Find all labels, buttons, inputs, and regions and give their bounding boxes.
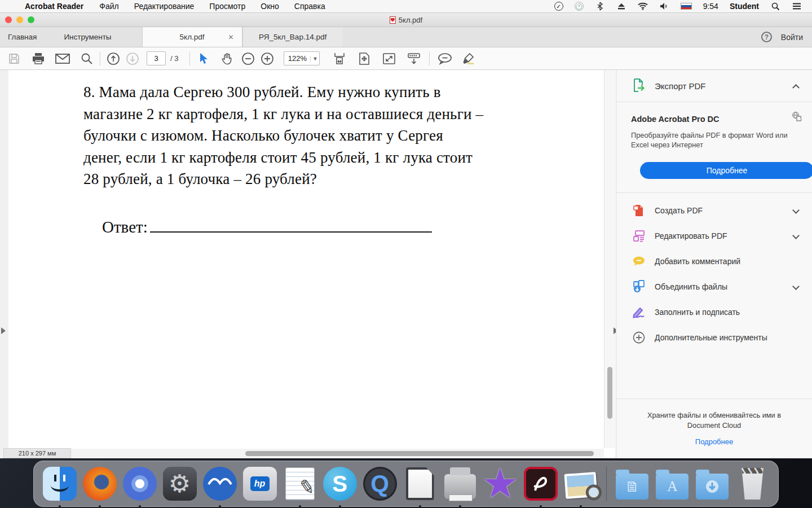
tool-more-tools[interactable]: Дополнительные инструменты [616, 325, 812, 350]
sync-check-icon[interactable]: ✓ [554, 2, 563, 11]
horizontal-scrollbar[interactable] [8, 449, 604, 458]
promo-title: Adobe Acrobat Pro DC [631, 115, 797, 124]
scrolling-mode-icon[interactable] [407, 51, 421, 66]
dock-applications-folder[interactable]: A [654, 465, 691, 502]
chromium-icon [123, 467, 157, 501]
dock-libreoffice[interactable] [401, 465, 438, 502]
app-menu-title[interactable]: Acrobat Reader [25, 2, 83, 11]
dock-documents-folder[interactable]: 🗎 [614, 465, 651, 502]
dock-textedit[interactable] [281, 465, 318, 502]
language-flag-icon[interactable] [681, 3, 692, 10]
page-number-input[interactable]: 3 [147, 51, 166, 65]
fullscreen-icon[interactable] [382, 51, 396, 66]
zoom-level-select[interactable]: 122% ▼ [284, 51, 320, 65]
highlight-icon[interactable] [461, 51, 476, 66]
hp-utility-icon: hp [243, 467, 277, 501]
zoom-out-icon[interactable] [241, 51, 255, 66]
promo-more-button[interactable]: Подробнее [640, 162, 812, 179]
tool-label: Добавить комментарий [655, 257, 740, 266]
acrobat-icon [524, 467, 558, 501]
tool-label: Заполнить и подписать [655, 308, 740, 317]
bluetooth-icon[interactable] [595, 2, 605, 11]
dock-chromium[interactable] [121, 465, 158, 502]
fit-page-icon[interactable] [357, 51, 372, 66]
vertical-scrollbar-thumb[interactable] [607, 367, 612, 419]
more-tools-icon [632, 331, 646, 344]
tool-combine-files[interactable]: Объединить файлы [616, 274, 812, 299]
tool-fill-sign[interactable]: Заполнить и подписать [616, 299, 812, 325]
next-page-icon[interactable] [125, 51, 140, 66]
dock-finder[interactable] [41, 465, 78, 502]
spotlight-search-icon[interactable] [770, 2, 780, 11]
time-machine-icon[interactable]: 🕐 [575, 2, 584, 11]
chevron-up-icon[interactable] [792, 84, 800, 91]
menu-window[interactable]: Окно [261, 2, 279, 11]
menu-bar: Acrobat Reader Файл Редактирование Просм… [0, 0, 812, 13]
preview-icon [564, 472, 597, 499]
notification-center-icon[interactable] [792, 2, 802, 11]
email-icon[interactable] [55, 51, 70, 66]
menu-view[interactable]: Просмотр [209, 2, 245, 11]
dock-firefox[interactable] [81, 465, 118, 502]
dock-system-preferences[interactable]: ⚙ [161, 465, 198, 502]
chevron-down-icon[interactable] [792, 283, 800, 290]
zoom-in-icon[interactable] [260, 51, 275, 66]
horizontal-scrollbar-thumb[interactable] [245, 451, 594, 456]
previous-page-icon[interactable] [106, 51, 121, 66]
close-tab-icon[interactable]: ✕ [228, 33, 234, 41]
tab-doc-active[interactable]: 5кл.pdf ✕ [142, 27, 242, 47]
dock-acrobat-reader[interactable] [522, 465, 559, 502]
dock-imovie[interactable]: ★ [482, 465, 519, 502]
dock-openoffice[interactable] [201, 465, 238, 502]
save-icon[interactable] [7, 51, 21, 66]
dock-quicktime[interactable]: Q [361, 465, 398, 502]
dock-trash[interactable] [734, 465, 771, 502]
tab-home[interactable]: Главная [0, 27, 50, 47]
vertical-scrollbar[interactable] [604, 70, 615, 448]
tool-label: Редактировать PDF [655, 231, 727, 240]
add-comment-icon [632, 256, 646, 267]
skype-icon: S [323, 467, 357, 501]
fit-width-icon[interactable] [332, 51, 347, 66]
tab-tools[interactable]: Инструменты [50, 27, 125, 47]
previous-view-arrow-icon[interactable] [1, 327, 6, 334]
export-pdf-label: Экспорт PDF [655, 81, 706, 91]
export-pdf-header[interactable]: Экспорт PDF [616, 70, 812, 102]
search-icon[interactable] [80, 51, 94, 66]
tool-add-comment[interactable]: Добавить комментарий [616, 248, 812, 274]
menu-edit[interactable]: Редактирование [134, 2, 195, 11]
menu-file[interactable]: Файл [99, 2, 118, 11]
print-icon[interactable] [31, 51, 46, 66]
dock-printer[interactable] [442, 465, 478, 502]
create-pdf-icon [632, 204, 646, 217]
tab-doc-other[interactable]: РЯ_5кл_Вар.14.pdf [242, 27, 343, 47]
comment-icon[interactable] [438, 51, 452, 66]
pdf-page[interactable]: 8. Мама дала Сергею 300 рублей. Ему нужн… [8, 70, 604, 448]
tool-edit-pdf[interactable]: Редактировать PDF [616, 223, 812, 248]
menu-clock[interactable]: 9:54 [703, 2, 718, 11]
finder-icon [43, 467, 77, 501]
document-cloud-more-link[interactable]: Подробнее [616, 431, 812, 458]
answer-blank-line [150, 216, 432, 233]
chevron-down-icon[interactable] [792, 207, 800, 214]
imovie-star-icon: ★ [482, 467, 519, 500]
wifi-icon[interactable] [638, 2, 648, 11]
eject-icon[interactable] [616, 2, 626, 11]
volume-icon[interactable] [659, 2, 669, 11]
dock-hp-utility[interactable]: hp [241, 465, 278, 502]
menu-user[interactable]: Student [730, 2, 759, 11]
select-tool-icon[interactable] [196, 51, 210, 66]
help-icon[interactable]: ? [761, 32, 772, 42]
zoom-caret-icon: ▼ [310, 56, 319, 62]
dock-skype[interactable]: S [321, 465, 358, 502]
hand-tool-icon[interactable] [219, 51, 234, 66]
dock-preview[interactable] [562, 465, 599, 502]
tools-sidebar: Экспорт PDF Adobe Acrobat Pro DC Преобра… [616, 70, 812, 458]
tool-create-pdf[interactable]: Создать PDF [616, 198, 812, 223]
window-title-text: 5кл.pdf [399, 16, 422, 24]
menu-help[interactable]: Справка [294, 2, 325, 11]
gear-icon: ⚙ [163, 467, 197, 501]
sign-in-link[interactable]: Войти [781, 33, 803, 42]
dock-downloads-folder[interactable] [694, 465, 731, 502]
chevron-down-icon[interactable] [792, 232, 800, 239]
